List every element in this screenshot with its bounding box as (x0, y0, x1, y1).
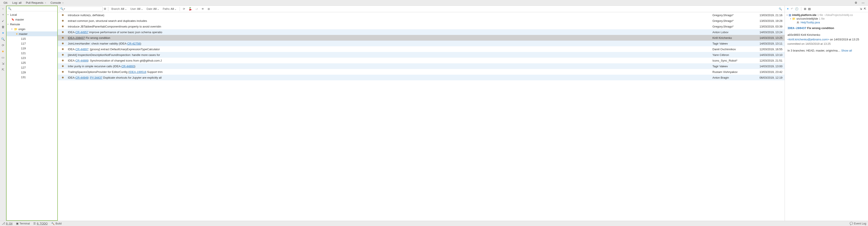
tree-origin-master[interactable]: ★master (6, 31, 57, 36)
paths-filter-value: All (170, 7, 174, 10)
branch-item[interactable]: 129 (6, 70, 57, 75)
build-tool-window-button[interactable]: 🔨Build (51, 222, 62, 225)
log-tab[interactable]: Log: all (10, 1, 24, 4)
commit-message: IDEA-CR-44889: Synchronization of change… (68, 59, 712, 62)
commit-row[interactable]: Infer purity in simple recursive calls (… (58, 63, 785, 69)
branch-item[interactable]: 117 (6, 41, 57, 46)
terminal-label: Terminal (20, 222, 30, 225)
commit-date: 13/03/2019, 19:28 (752, 19, 785, 23)
refresh-icon[interactable]: ⟳ (1, 43, 5, 47)
pull-requests-tab[interactable]: Pull Requests × (24, 1, 49, 4)
collapse-icon[interactable]: ⇱ (1, 68, 5, 72)
chevron-down-icon: ▾ (11, 28, 14, 30)
commit-author: Tagir Valeev (712, 65, 752, 68)
console-tab[interactable]: Console × (49, 1, 66, 4)
gear-icon[interactable]: ⚙ (852, 1, 860, 4)
search-icon: 🔍 (8, 7, 11, 10)
tree-local-master[interactable]: 🔖master (6, 17, 57, 22)
spark-icon[interactable]: ✦ (1, 31, 5, 35)
commit-author: Icons_Sync_Robot* (712, 59, 752, 62)
branch-filter[interactable]: Branch: All ⌄ (110, 7, 128, 10)
graph-column (58, 48, 68, 50)
tree-origin[interactable]: ▾📁origin (6, 27, 57, 31)
branch-item[interactable]: 121 (6, 51, 57, 55)
file-tree-folder[interactable]: ▾ 📁 src/com/intellij/ide 1 file (786, 17, 866, 21)
branch-filter-value: All (121, 7, 124, 10)
branch-item[interactable]: 125 (6, 60, 57, 65)
file-tree-file[interactable]: ☕ HelpTooltip.java (786, 21, 866, 24)
commit-row[interactable]: [devkit] InspectionDescriptionNotFoundIn… (58, 52, 785, 58)
commit-row[interactable]: IDEA-CR-44897: [groovy] extract DefaultU… (58, 46, 785, 52)
commit-message: introduce nullize(s, defValue) (68, 13, 712, 17)
chevron-down-icon: ▾ (786, 14, 788, 16)
refresh-icon[interactable]: ⟳ (182, 7, 186, 10)
commit-row[interactable]: JoinLinesHandler: check marker validity … (58, 41, 785, 46)
commit-row[interactable]: introduce JBTabbedPane#tabComponentInset… (58, 24, 785, 29)
commit-row[interactable]: TrailingSpacesOptionsProvider for Editor… (58, 69, 785, 75)
branch-item[interactable]: 115 (6, 36, 57, 41)
expand-icon[interactable]: ⇲ (1, 62, 5, 66)
user-filter[interactable]: User: All ⌄ (129, 7, 145, 10)
commit-message: IDEA-CR-44949: PY-34437 Duplicate shortc… (68, 76, 712, 79)
tree-remote[interactable]: ▾Remote (6, 22, 57, 27)
commit-message: IDEA-208437 Fix wrong condition (68, 36, 712, 40)
graph-column (58, 54, 68, 56)
collapse-icon[interactable]: ⇱ (864, 7, 866, 10)
search-icon[interactable]: 🔍 (777, 7, 783, 10)
close-icon[interactable]: × (44, 2, 46, 4)
folder-name: src/com/intellij/ide (797, 17, 818, 20)
graph-column (58, 65, 68, 67)
event-log-button[interactable]: 💬Event Log (849, 222, 866, 225)
new-tab-icon[interactable]: ⊞ (206, 7, 211, 10)
commit-row[interactable]: IDEA-CR-44957 improve performance of som… (58, 29, 785, 35)
branch-number-label: 119 (21, 47, 26, 50)
commit-row[interactable]: extract common json, structural search a… (58, 18, 785, 24)
group-icon[interactable]: ⊞ (804, 7, 806, 10)
commit-dot-icon (62, 26, 64, 27)
checkout-icon[interactable]: ↙ (1, 19, 5, 23)
branch-item[interactable]: 127 (6, 65, 57, 70)
todo-tool-window-button[interactable]: ☰6: TODO (33, 222, 48, 225)
eye-icon[interactable]: 👁 (200, 7, 206, 10)
origin-master-label: master (19, 32, 28, 36)
branch-item[interactable]: 131 (6, 75, 57, 79)
sort-icon[interactable]: ↓↑ (194, 7, 199, 10)
branch-search[interactable]: 🔍 (6, 6, 57, 11)
paths-filter[interactable]: Paths: All ⌄ (161, 7, 178, 10)
search-icon[interactable]: 🔍 (1, 37, 5, 41)
gear-icon[interactable]: ⚙ (104, 7, 106, 10)
add-icon[interactable]: ＋ (1, 13, 5, 16)
history-icon[interactable]: 🕘 (795, 7, 799, 10)
undo-icon[interactable]: ↶ (791, 7, 793, 10)
layout-icon[interactable]: ▤ (808, 7, 811, 10)
origin-label: origin (19, 28, 25, 31)
expand-icon[interactable]: ⇲ (860, 7, 862, 10)
date-filter[interactable]: Date: All ⌄ (145, 7, 161, 10)
folder-icon: 📁 (792, 17, 796, 20)
bottom-bar: ⎇9: Git ▣Terminal ☰6: TODO 🔨Build 💬Event… (0, 221, 868, 226)
commit-pin-icon[interactable]: ✦ (786, 7, 789, 10)
commit-row[interactable]: IDEA-CR-44889: Synchronization of change… (58, 58, 785, 63)
back-icon[interactable]: ‹ (1, 6, 5, 10)
tree-local[interactable]: ▾Local (6, 12, 57, 17)
log-search-input[interactable]: 🔍▾ (59, 6, 103, 11)
commit-email[interactable]: <kirill.kirichenko@jetbrains.com> (787, 38, 829, 41)
branch-item[interactable]: 123 (6, 55, 57, 60)
commit-row[interactable]: IDEA-208437 Fix wrong conditionKirill Ki… (58, 35, 785, 41)
commit-row[interactable]: IDEA-CR-44949: PY-34437 Duplicate shortc… (58, 75, 785, 80)
commit-date: 14/03/2019, 13:11 (752, 42, 785, 45)
cherry-pick-icon[interactable]: 🍒 (187, 7, 193, 10)
commit-dot-icon (62, 43, 64, 44)
commit-row[interactable]: introduce nullize(s, defValue)Gregory.Sh… (58, 12, 785, 18)
commit-message: IDEA-CR-44957 improve performance of som… (68, 31, 712, 34)
delete-icon[interactable]: 🗑 (1, 25, 5, 29)
star-icon[interactable]: ★ (1, 49, 5, 53)
show-all-link[interactable]: Show all (841, 49, 852, 52)
branch-item[interactable]: 119 (6, 46, 57, 51)
layout-icon[interactable]: ▭ (1, 55, 5, 60)
file-tree-root[interactable]: ▾ ▦ intellij.platform.ide 1 file ~/IdeaP… (786, 13, 866, 17)
terminal-tool-window-button[interactable]: ▣Terminal (16, 222, 30, 225)
minimize-icon[interactable]: — (860, 1, 867, 4)
close-icon[interactable]: × (62, 2, 64, 4)
git-tool-window-button[interactable]: ⎇9: Git (2, 222, 12, 225)
